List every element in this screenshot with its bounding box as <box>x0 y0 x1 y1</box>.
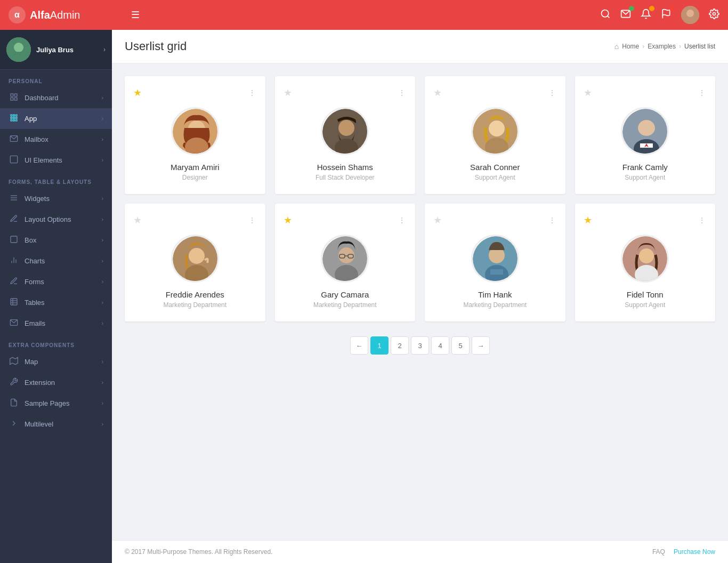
user-chevron-icon[interactable]: › <box>103 46 106 53</box>
pagination-prev[interactable]: ← <box>350 336 368 355</box>
sidebar: Juliya Brus › PERSONALDashboard›App›Mail… <box>0 30 112 563</box>
star-icon[interactable]: ★ <box>433 87 442 99</box>
user-grid: ★ ⋮ Maryam Amiri Designer ★ ⋮ <box>125 76 715 321</box>
card-top-row: ★ ⋮ <box>284 87 407 99</box>
breadcrumb-home[interactable]: Home <box>622 43 639 50</box>
more-options-icon[interactable]: ⋮ <box>548 216 557 224</box>
sidebar-item-extension[interactable]: Extension› <box>0 372 112 393</box>
sidebar-item-multilevel[interactable]: Multilevel› <box>0 414 112 435</box>
pagination-page-3[interactable]: 3 <box>411 336 429 355</box>
bell-icon[interactable] <box>641 9 651 22</box>
user-profile[interactable]: Juliya Brus › <box>0 30 112 70</box>
card-avatar-wrapper <box>471 107 519 155</box>
svg-rect-29 <box>11 236 17 243</box>
breadcrumb: ⌂ Home › Examples › Userlist list <box>614 42 715 51</box>
star-icon[interactable]: ★ <box>584 87 592 99</box>
svg-rect-23 <box>15 119 17 121</box>
logo-icon: α <box>9 6 26 23</box>
layout: Juliya Brus › PERSONALDashboard›App›Mail… <box>0 30 728 563</box>
more-options-icon[interactable]: ⋮ <box>698 216 707 224</box>
sidebar-item-ui-elements[interactable]: UI Elements› <box>0 150 112 171</box>
logo-area: α AlfaAdmin <box>9 6 119 23</box>
pagination-page-5[interactable]: 5 <box>451 336 470 355</box>
svg-point-5 <box>686 10 694 17</box>
sidebar-item-dashboard[interactable]: Dashboard› <box>0 87 112 108</box>
card-top-row: ★ ⋮ <box>133 214 257 226</box>
pagination-page-4[interactable]: 4 <box>431 336 449 355</box>
svg-point-0 <box>602 10 609 17</box>
sidebar-item-widgets[interactable]: Widgets› <box>0 188 112 209</box>
hamburger-button[interactable]: ☰ <box>127 7 144 23</box>
sidebar-item-mailbox[interactable]: Mailbox› <box>0 129 112 150</box>
sidebar-item-layout-options[interactable]: Layout Options› <box>0 209 112 230</box>
svg-rect-25 <box>10 156 17 163</box>
extension-icon <box>9 377 19 388</box>
sidebar-item-box[interactable]: Box› <box>0 230 112 251</box>
footer-purchase-link[interactable]: Purchase Now <box>674 548 715 556</box>
more-options-icon[interactable]: ⋮ <box>398 216 407 224</box>
settings-icon[interactable] <box>709 9 719 22</box>
more-options-icon[interactable]: ⋮ <box>248 216 257 224</box>
star-icon[interactable]: ★ <box>433 214 442 226</box>
more-options-icon[interactable]: ⋮ <box>548 89 557 97</box>
content-area: ★ ⋮ Maryam Amiri Designer ★ ⋮ <box>112 63 728 540</box>
sidebar-item-forms[interactable]: Forms› <box>0 271 112 292</box>
user-card: ★ ⋮ Tim Hank Marketing Department <box>425 204 565 321</box>
forms-icon <box>9 277 19 287</box>
more-options-icon[interactable]: ⋮ <box>248 89 257 97</box>
box-icon <box>9 235 19 245</box>
card-name: Frank Camly <box>584 163 707 172</box>
card-top-row: ★ ⋮ <box>584 214 707 226</box>
pagination-next[interactable]: → <box>472 336 490 355</box>
card-top-row: ★ ⋮ <box>284 214 407 226</box>
charts-icon <box>9 256 19 266</box>
sidebar-label-mailbox: Mailbox <box>25 135 96 143</box>
user-avatar-header[interactable] <box>681 6 699 24</box>
star-icon[interactable]: ★ <box>133 214 142 226</box>
svg-rect-12 <box>14 94 17 96</box>
sidebar-item-app[interactable]: App› <box>0 108 112 129</box>
sidebar-item-tables[interactable]: Tables› <box>0 292 112 313</box>
footer-faq-link[interactable]: FAQ <box>652 548 665 556</box>
star-icon[interactable]: ★ <box>133 87 142 99</box>
top-header: α AlfaAdmin ☰ <box>0 0 728 30</box>
breadcrumb-current: Userlist list <box>684 43 715 50</box>
svg-rect-15 <box>11 115 12 116</box>
card-role: Marketing Department <box>433 301 557 309</box>
sidebar-chevron-map: › <box>102 359 103 365</box>
star-icon[interactable]: ★ <box>584 214 592 226</box>
footer-copyright: © 2017 Multi-Purpose Themes. All Rights … <box>125 548 272 556</box>
sidebar-item-emails[interactable]: Emails› <box>0 313 112 334</box>
sidebar-label-widgets: Widgets <box>25 195 96 203</box>
card-name: Freddie Arendes <box>133 290 257 299</box>
more-options-icon[interactable]: ⋮ <box>398 89 407 97</box>
header-right <box>600 6 719 24</box>
sidebar-nav: PERSONALDashboard›App›Mailbox›UI Element… <box>0 70 112 435</box>
card-name: Hossein Shams <box>284 163 407 172</box>
user-card: ★ ⋮ Hossein Shams Full Stack Developer <box>275 76 416 194</box>
sidebar-item-sample-pages[interactable]: Sample Pages› <box>0 393 112 414</box>
sidebar-item-map[interactable]: Map› <box>0 351 112 372</box>
search-icon[interactable] <box>600 9 611 22</box>
email-icon[interactable] <box>620 9 631 22</box>
svg-point-53 <box>189 248 205 264</box>
flag-icon[interactable] <box>661 9 672 22</box>
breadcrumb-examples[interactable]: Examples <box>648 43 676 50</box>
home-icon: ⌂ <box>614 42 619 51</box>
more-options-icon[interactable]: ⋮ <box>698 89 707 97</box>
sidebar-label-sample-pages: Sample Pages <box>25 399 96 407</box>
footer: © 2017 Multi-Purpose Themes. All Rights … <box>112 540 728 563</box>
svg-point-56 <box>338 247 354 263</box>
card-name: Gary Camara <box>284 290 407 299</box>
star-icon[interactable]: ★ <box>284 214 292 226</box>
star-icon[interactable]: ★ <box>284 87 292 99</box>
svg-rect-21 <box>11 119 12 121</box>
pagination-page-1[interactable]: 1 <box>370 336 389 355</box>
card-avatar-wrapper <box>321 235 369 283</box>
sidebar-chevron-ui-elements: › <box>102 157 103 163</box>
page-header: Userlist grid ⌂ Home › Examples › Userli… <box>112 30 728 63</box>
pagination-page-2[interactable]: 2 <box>391 336 409 355</box>
card-role: Designer <box>133 174 257 181</box>
sidebar-item-charts[interactable]: Charts› <box>0 251 112 271</box>
card-name: Tim Hank <box>433 290 557 299</box>
